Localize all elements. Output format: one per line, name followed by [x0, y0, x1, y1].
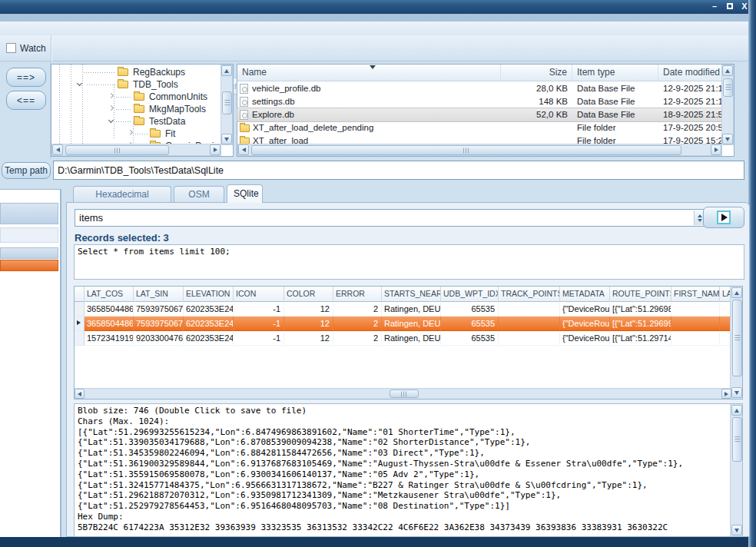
grid-column-header[interactable]: ICON	[234, 287, 284, 302]
maximize-button[interactable]	[724, 1, 736, 12]
blob-line: Blob size: 746 (Double Click to save to …	[78, 406, 730, 416]
expanded-arrow-icon[interactable]	[77, 81, 82, 86]
scroll-thumb[interactable]	[222, 91, 232, 114]
tree-item-mkgmaptools[interactable]: MkgMapTools	[51, 103, 220, 115]
table-selector-value: items	[79, 212, 103, 224]
tree-item-testdata[interactable]: TestData	[51, 115, 220, 128]
right-arrow-icon	[214, 148, 217, 152]
scroll-up-button[interactable]	[731, 405, 742, 416]
scroll-down-button[interactable]	[731, 387, 742, 398]
left-list-header[interactable]	[0, 203, 58, 224]
database-file-icon	[240, 110, 248, 120]
minimize-button[interactable]: –	[708, 1, 721, 12]
grid-column-header[interactable]: UDB_WPT_IDX	[441, 287, 499, 302]
tree-horizontal-scrollbar	[51, 144, 221, 156]
scroll-right-button[interactable]	[210, 144, 220, 155]
scroll-thumb[interactable]	[390, 390, 419, 398]
titlebar: – X	[0, 0, 756, 14]
sql-query-input[interactable]: Select * from items limit 100;	[74, 244, 744, 280]
scroll-thumb[interactable]	[65, 145, 169, 155]
right-arrow-icon	[715, 148, 718, 152]
scroll-up-button[interactable]	[731, 287, 742, 298]
expanded-arrow-icon[interactable]	[108, 118, 114, 123]
tab-hexadecimal-display[interactable]: Hexadecimal display	[73, 186, 171, 202]
scroll-left-button[interactable]	[75, 389, 85, 399]
tab-osm-map[interactable]: OSM Map	[174, 186, 224, 202]
grid-row[interactable]: 1572341919 9203300476 6202353E24 -1 12 2…	[75, 331, 732, 346]
tree-item-regbackups[interactable]: RegBackups	[51, 66, 220, 78]
grid-column-header[interactable]: LAT_COS	[85, 287, 134, 302]
blob-line: {"Lat":51.361900329589844,"Lon":6.913768…	[78, 459, 730, 469]
grid-column-header[interactable]: LAT_SIN	[134, 287, 184, 302]
folder-icon	[118, 81, 128, 88]
scroll-thumb[interactable]	[723, 78, 733, 97]
column-header-item-type[interactable]: Item type	[572, 65, 658, 81]
left-list-item[interactable]	[0, 247, 58, 259]
file-row[interactable]: settings.db 148 KB Data Base File 12-9-2…	[237, 95, 723, 108]
file-list-vertical-scrollbar	[721, 65, 734, 145]
grid-column-header[interactable]: STARTS_NEAR	[382, 287, 441, 302]
scroll-down-button[interactable]	[221, 134, 232, 144]
scroll-down-button[interactable]	[731, 525, 742, 535]
move-left-button[interactable]: <==	[6, 91, 46, 110]
results-grid: LAT_COS LAT_SIN ELEVATION ICON COLOR ERR…	[74, 286, 743, 399]
scroll-left-button[interactable]	[52, 144, 63, 155]
menu-band	[0, 22, 756, 35]
down-arrow-icon	[224, 138, 229, 141]
left-list-selected-item[interactable]	[0, 260, 58, 271]
collapsed-arrow-icon[interactable]	[108, 105, 114, 111]
grid-horizontal-scrollbar	[75, 388, 731, 399]
grid-column-header[interactable]: FIRST_NAME	[671, 287, 720, 302]
grid-row-selected[interactable]: 3658504486 7593975067 6202353E24 -1 12 2…	[75, 317, 732, 331]
collapsed-arrow-icon[interactable]	[108, 93, 114, 98]
move-right-button[interactable]: ==>	[6, 68, 46, 87]
scroll-right-button[interactable]	[721, 389, 731, 399]
blob-line: {"Lat":51.32415771484375,"Lon":6.9566631…	[78, 480, 730, 491]
left-list-item[interactable]	[0, 227, 58, 243]
blob-viewer[interactable]: Blob size: 746 (Double Click to save to …	[74, 403, 743, 537]
blob-line: {"Lat":51.355915069580078,"Lon":6.930034…	[78, 469, 730, 480]
column-header-name[interactable]: Name	[237, 65, 501, 81]
grid-column-header[interactable]: METADATA	[560, 287, 610, 302]
collapsed-arrow-icon[interactable]	[128, 130, 133, 135]
file-row[interactable]: XT_after_load_delete_pending File folder…	[237, 121, 723, 134]
grid-column-header[interactable]: TRACK_POINTS	[499, 287, 560, 302]
file-row-selected[interactable]: Explore.db 52,0 KB Data Base File 18-9-2…	[237, 108, 723, 121]
table-selector-combo[interactable]: items	[75, 209, 706, 227]
folder-icon	[134, 105, 144, 113]
tree-item-commonunits[interactable]: CommonUnits	[51, 91, 220, 103]
file-list-header: Name Size Item type Date modified	[237, 65, 723, 81]
scroll-down-button[interactable]	[722, 134, 733, 144]
grid-row[interactable]: 3658504486 7593975067 6202353E24 -1 12 2…	[75, 302, 732, 317]
left-arrow-icon	[78, 392, 81, 396]
column-header-date-modified[interactable]: Date modified	[658, 65, 723, 81]
folder-icon	[118, 68, 128, 76]
scroll-up-button[interactable]	[221, 65, 232, 76]
scroll-left-button[interactable]	[238, 144, 249, 155]
blob-line: Hex Dump:	[78, 512, 730, 522]
grid-column-header[interactable]: ELEVATION	[184, 287, 234, 302]
scroll-thumb[interactable]	[732, 417, 742, 462]
temp-path-input[interactable]	[53, 161, 744, 180]
scroll-thumb[interactable]	[251, 145, 681, 155]
file-row[interactable]: vehicle_profile.db 28,0 KB Data Base Fil…	[237, 82, 723, 95]
blob-line: [{"Lat":51.296993255615234,"Lon":6.84749…	[78, 427, 730, 438]
file-list-horizontal-scrollbar	[237, 144, 722, 156]
window-bottom-border	[0, 537, 756, 547]
scroll-right-button[interactable]	[711, 144, 721, 155]
grid-column-header[interactable]: ROUTE_POINTS	[610, 287, 671, 302]
tree-item-fit[interactable]: Fit	[51, 128, 220, 140]
temp-path-button[interactable]: Temp path	[2, 162, 51, 179]
left-side-list	[0, 189, 61, 537]
tree-item-tdb-tools[interactable]: TDB_Tools	[51, 78, 220, 91]
scroll-thumb[interactable]	[732, 300, 742, 376]
grid-column-header[interactable]: ERROR	[333, 287, 382, 302]
folder-tree: RegBackups TDB_Tools CommonUnits MkgMapT…	[51, 64, 234, 157]
database-file-icon	[240, 97, 248, 107]
tab-sqlite[interactable]: SQlite	[227, 184, 263, 203]
column-header-size[interactable]: Size	[501, 65, 572, 81]
grid-column-header[interactable]: COLOR	[284, 287, 333, 302]
execute-query-button[interactable]	[703, 207, 744, 228]
watch-checkbox[interactable]	[6, 43, 16, 53]
scroll-up-button[interactable]	[722, 65, 733, 76]
